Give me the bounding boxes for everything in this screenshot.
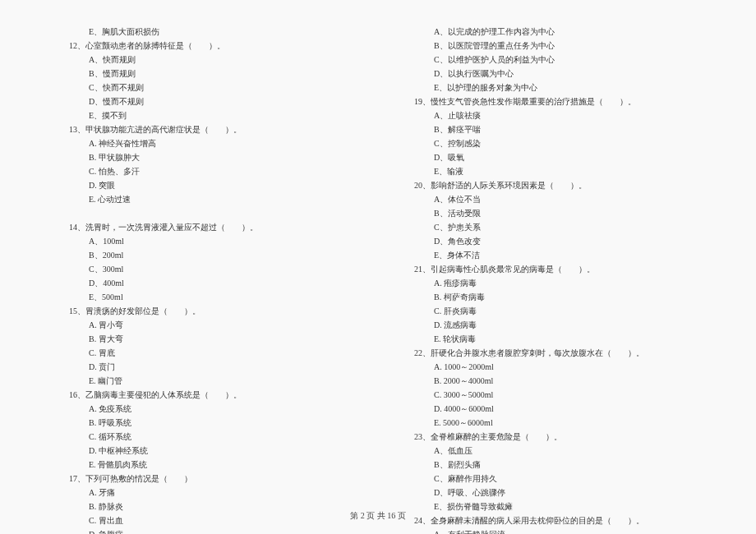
option-text: A、快而规则 xyxy=(49,53,362,67)
option-text: B、剧烈头痛 xyxy=(394,458,707,472)
option-text: D. 急腹症 xyxy=(49,527,362,534)
option-text: C. 胃底 xyxy=(49,346,362,360)
option-text: B、以医院管理的重点任务为中心 xyxy=(394,39,707,53)
option-text: C. 3000～5000ml xyxy=(394,388,707,402)
option-text: A、止咳祛痰 xyxy=(394,108,707,122)
option-text: B. 柯萨奇病毒 xyxy=(394,290,707,304)
option-text: B. 甲状腺肿大 xyxy=(49,150,362,164)
option-text: E、身体不洁 xyxy=(394,248,707,262)
option-text: C、麻醉作用持久 xyxy=(394,472,707,486)
question-text: 22、肝硬化合并腹水患者腹腔穿刺时，每次放腹水在（ ）。 xyxy=(394,346,707,360)
option-text: A. 胃小弯 xyxy=(49,318,362,332)
option-text: B、慢而规则 xyxy=(49,67,362,81)
option-text: E、以护理的服务对象为中心 xyxy=(394,81,707,94)
option-text: C、快而不规则 xyxy=(49,81,362,94)
option-text: C. 循环系统 xyxy=(49,430,362,444)
option-text: E. 轮状病毒 xyxy=(394,332,707,346)
option-text: A、100ml xyxy=(49,234,362,248)
right-column: A、以完成的护理工作内容为中心B、以医院管理的重点任务为中心C、以维护医护人员的… xyxy=(394,25,707,501)
option-text: D、角色改变 xyxy=(394,234,707,248)
option-text: B、200ml xyxy=(49,248,362,262)
option-text: C、护患关系 xyxy=(394,220,707,234)
option-text: E. 骨骼肌肉系统 xyxy=(49,458,362,472)
option-text: D、吸氧 xyxy=(394,150,707,164)
option-text: A、有利于静脉回流 xyxy=(394,527,707,534)
question-text: 17、下列可热敷的情况是（ ） xyxy=(49,472,362,486)
option-text: A. 神经兴奋性增高 xyxy=(49,136,362,150)
question-text: 19、慢性支气管炎急性发作期最重要的治疗措施是（ ）。 xyxy=(394,94,707,108)
option-text: A. 牙痛 xyxy=(49,486,362,499)
option-text: B、活动受限 xyxy=(394,206,707,220)
option-text: C. 肝炎病毒 xyxy=(394,304,707,318)
page-footer: 第 2 页 共 16 页 xyxy=(0,510,756,522)
option-text: A. 免疫系统 xyxy=(49,402,362,416)
option-text: E、500ml xyxy=(49,290,362,304)
option-text: B. 2000～4000ml xyxy=(394,374,707,388)
question-text: 21、引起病毒性心肌炎最常见的病毒是（ ）。 xyxy=(394,262,707,276)
option-text: E、输液 xyxy=(394,164,707,178)
question-text: 16、乙脑病毒主要侵犯的人体系统是（ ）。 xyxy=(49,388,362,402)
option-text: A、以完成的护理工作内容为中心 xyxy=(394,25,707,39)
left-column: E、胸肌大面积损伤12、心室颤动患者的脉搏特征是（ ）。A、快而规则B、慢而规则… xyxy=(49,25,362,501)
option-text: E、胸肌大面积损伤 xyxy=(49,25,362,39)
question-text xyxy=(49,206,362,220)
page-content: E、胸肌大面积损伤12、心室颤动患者的脉搏特征是（ ）。A、快而规则B、慢而规则… xyxy=(49,25,707,501)
option-text: D、以执行医嘱为中心 xyxy=(394,67,707,81)
option-text: E、摸不到 xyxy=(49,108,362,122)
option-text: D. 4000～6000ml xyxy=(394,402,707,416)
option-text: D. 中枢神经系统 xyxy=(49,444,362,458)
question-text: 20、影响舒适的人际关系环境因素是（ ）。 xyxy=(394,178,707,192)
option-text: A、体位不当 xyxy=(394,192,707,206)
option-text: D、慢而不规则 xyxy=(49,94,362,108)
option-text: D. 贲门 xyxy=(49,360,362,374)
option-text: D、400ml xyxy=(49,276,362,290)
option-text: A. 1000～2000ml xyxy=(394,360,707,374)
option-text: E. 心动过速 xyxy=(49,192,362,206)
option-text: C. 怕热、多汗 xyxy=(49,164,362,178)
question-text: 15、胃溃疡的好发部位是（ ）。 xyxy=(49,304,362,318)
option-text: B. 呼吸系统 xyxy=(49,416,362,430)
option-text: E. 5000～6000ml xyxy=(394,416,707,430)
option-text: A. 疱疹病毒 xyxy=(394,276,707,290)
option-text: B. 胃大弯 xyxy=(49,332,362,346)
option-text: B、解痉平喘 xyxy=(394,122,707,136)
option-text: E. 幽门管 xyxy=(49,374,362,388)
option-text: D、呼吸、心跳骤停 xyxy=(394,486,707,499)
option-text: C、控制感染 xyxy=(394,136,707,150)
option-text: D. 流感病毒 xyxy=(394,318,707,332)
option-text: C、以维护医护人员的利益为中心 xyxy=(394,53,707,67)
question-text: 12、心室颤动患者的脉搏特征是（ ）。 xyxy=(49,39,362,53)
question-text: 14、洗胃时，一次洗胃液灌入量应不超过（ ）。 xyxy=(49,220,362,234)
question-text: 13、甲状腺功能亢进的高代谢症状是（ ）。 xyxy=(49,122,362,136)
option-text: A、低血压 xyxy=(394,444,707,458)
option-text: D. 突眼 xyxy=(49,178,362,192)
option-text: C、300ml xyxy=(49,262,362,276)
question-text: 23、全脊椎麻醉的主要危险是（ ）。 xyxy=(394,430,707,444)
